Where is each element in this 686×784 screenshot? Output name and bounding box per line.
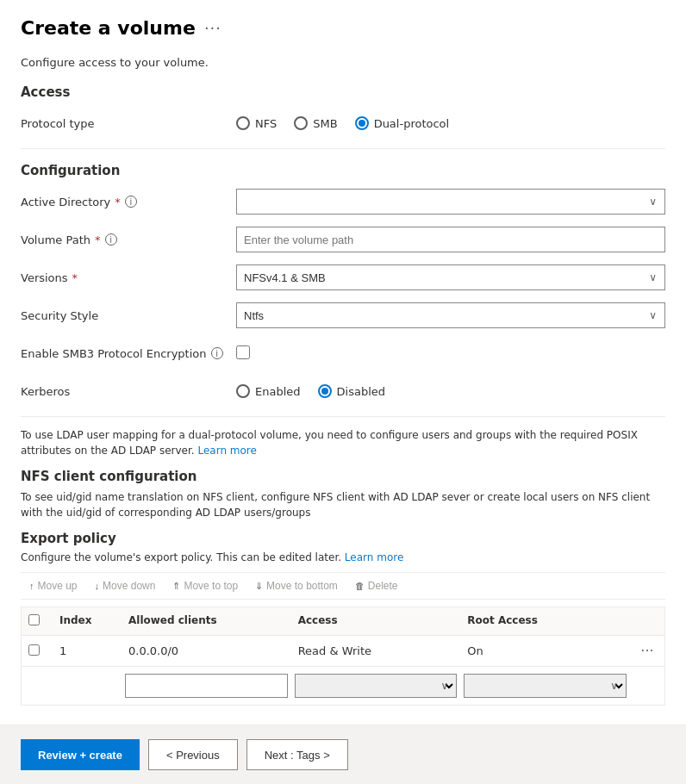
select-all-checkbox[interactable]	[28, 614, 40, 625]
nfs-description: To see uid/gid name translation on NFS c…	[21, 489, 665, 520]
divider-1	[21, 148, 665, 149]
security-style-label: Security Style	[21, 309, 236, 322]
radio-dual-protocol[interactable]: Dual-protocol	[355, 116, 450, 130]
edit-allowed-clients-input[interactable]	[125, 674, 288, 698]
export-policy-toolbar: ↑ Move up ↓ Move down ⇑ Move to top ⇓ Mo…	[21, 572, 665, 600]
edit-access-select[interactable]: Read & Write Read only	[295, 674, 458, 698]
ldap-notice: To use LDAP user mapping for a dual-prot…	[21, 427, 665, 458]
edit-index-cell	[53, 682, 122, 689]
radio-smb[interactable]: SMB	[294, 116, 337, 130]
row-1-allowed-clients: 0.0.0.0/0	[122, 638, 291, 664]
delete-icon: 🗑	[355, 581, 365, 591]
security-style-control: Ntfs	[236, 302, 665, 328]
move-to-bottom-icon: ⇓	[255, 581, 263, 592]
protocol-type-row: Protocol type NFS SMB Dual-protocol	[21, 110, 665, 136]
configuration-section: Configuration Active Directory * i	[21, 163, 665, 404]
row-checkbox-cell	[22, 638, 53, 665]
edit-access-cell: Read & Write Read only	[291, 670, 461, 701]
nfs-heading: NFS client configuration	[21, 469, 665, 484]
header-checkbox-cell	[22, 607, 53, 635]
move-to-bottom-button[interactable]: ⇓ Move to bottom	[246, 576, 346, 595]
table-row: 1 0.0.0.0/0 Read & Write On ···	[22, 636, 664, 667]
active-directory-label: Active Directory * i	[21, 196, 236, 208]
move-up-icon: ↑	[29, 581, 34, 591]
active-directory-select[interactable]	[236, 189, 665, 215]
ldap-learn-more-link[interactable]: Learn more	[197, 445, 256, 457]
page-title: Create a volume	[21, 17, 196, 39]
content-area: Configure access to your volume. Access …	[0, 49, 686, 725]
volume-path-required: *	[95, 233, 101, 246]
kerberos-disabled[interactable]: Disabled	[318, 384, 385, 398]
header-access: Access	[291, 607, 461, 635]
security-style-row: Security Style Ntfs	[21, 302, 665, 328]
delete-button[interactable]: 🗑 Delete	[346, 576, 407, 595]
footer: Review + create < Previous Next : Tags >	[0, 725, 686, 784]
active-directory-control	[236, 189, 665, 215]
smb3-info-icon[interactable]: i	[211, 347, 223, 359]
active-directory-select-wrapper	[236, 189, 665, 215]
edit-root-access-select[interactable]: On Off	[464, 674, 627, 698]
versions-row: Versions * NFSv4.1 & SMB	[21, 264, 665, 290]
edit-root-access-select-wrapper: On Off	[464, 674, 627, 698]
export-policy-heading: Export policy	[21, 531, 665, 546]
review-create-button[interactable]: Review + create	[21, 739, 140, 770]
move-to-top-icon: ⇑	[172, 581, 180, 592]
protocol-radio-group: NFS SMB Dual-protocol	[236, 116, 665, 130]
move-to-top-button[interactable]: ⇑ Move to top	[164, 576, 246, 595]
active-directory-row: Active Directory * i	[21, 189, 665, 215]
security-style-select[interactable]: Ntfs	[236, 302, 665, 328]
row-1-root-access: On	[460, 638, 630, 664]
volume-path-row: Volume Path * i	[21, 227, 665, 252]
radio-smb-indicator	[294, 116, 308, 130]
radio-dual-protocol-indicator	[355, 116, 369, 130]
previous-button[interactable]: < Previous	[148, 739, 238, 770]
edit-allowed-clients-cell	[122, 670, 291, 701]
volume-path-label: Volume Path * i	[21, 233, 236, 246]
row-1-index: 1	[53, 638, 122, 664]
active-directory-required: *	[115, 196, 121, 208]
smb3-checkbox[interactable]	[236, 345, 250, 359]
radio-nfs[interactable]: NFS	[236, 116, 277, 130]
table-edit-row: Read & Write Read only On Off	[22, 667, 664, 705]
move-down-button[interactable]: ↓ Move down	[86, 576, 165, 595]
kerberos-radio-group: Enabled Disabled	[236, 384, 665, 398]
security-style-select-wrapper: Ntfs	[236, 302, 665, 328]
configuration-heading: Configuration	[21, 163, 665, 178]
header-actions-placeholder	[630, 607, 664, 635]
export-policy-description: Configure the volume's export policy. Th…	[21, 551, 665, 563]
radio-nfs-indicator	[236, 116, 250, 130]
active-directory-info-icon[interactable]: i	[125, 196, 137, 208]
export-policy-section: Export policy Configure the volume's exp…	[21, 531, 665, 706]
smb3-label: Enable SMB3 Protocol Encryption i	[21, 347, 236, 360]
access-section: Access Protocol type NFS SMB	[21, 84, 665, 136]
edit-checkbox-cell	[22, 682, 53, 689]
versions-select[interactable]: NFSv4.1 & SMB	[236, 264, 665, 290]
export-policy-table: Index Allowed clients Access Root Access…	[21, 607, 665, 706]
page-container: Create a volume ··· Configure access to …	[0, 0, 686, 784]
row-1-checkbox[interactable]	[28, 644, 40, 656]
versions-control: NFSv4.1 & SMB	[236, 264, 665, 290]
smb3-row: Enable SMB3 Protocol Encryption i	[21, 340, 665, 366]
move-up-button[interactable]: ↑ Move up	[21, 576, 86, 595]
table-header: Index Allowed clients Access Root Access	[22, 607, 664, 636]
row-1-more-options[interactable]: ···	[630, 636, 664, 666]
export-learn-more-link[interactable]: Learn more	[345, 551, 403, 563]
header: Create a volume ···	[0, 0, 686, 49]
kerberos-row: Kerberos Enabled Disabled	[21, 378, 665, 404]
move-down-icon: ↓	[95, 581, 100, 591]
versions-label: Versions *	[21, 271, 236, 284]
smb3-control	[236, 345, 665, 362]
more-options-icon[interactable]: ···	[204, 19, 221, 37]
volume-path-input[interactable]	[236, 227, 665, 252]
access-heading: Access	[21, 84, 665, 100]
versions-required: *	[72, 271, 78, 284]
versions-select-wrapper: NFSv4.1 & SMB	[236, 264, 665, 290]
edit-root-access-cell: On Off	[460, 670, 630, 701]
header-root-access: Root Access	[460, 607, 630, 635]
next-button[interactable]: Next : Tags >	[246, 739, 348, 770]
header-allowed-clients: Allowed clients	[122, 607, 291, 635]
kerberos-label: Kerberos	[21, 385, 236, 398]
volume-path-info-icon[interactable]: i	[105, 233, 117, 246]
kerberos-enabled[interactable]: Enabled	[236, 384, 301, 398]
protocol-type-label: Protocol type	[21, 117, 236, 130]
